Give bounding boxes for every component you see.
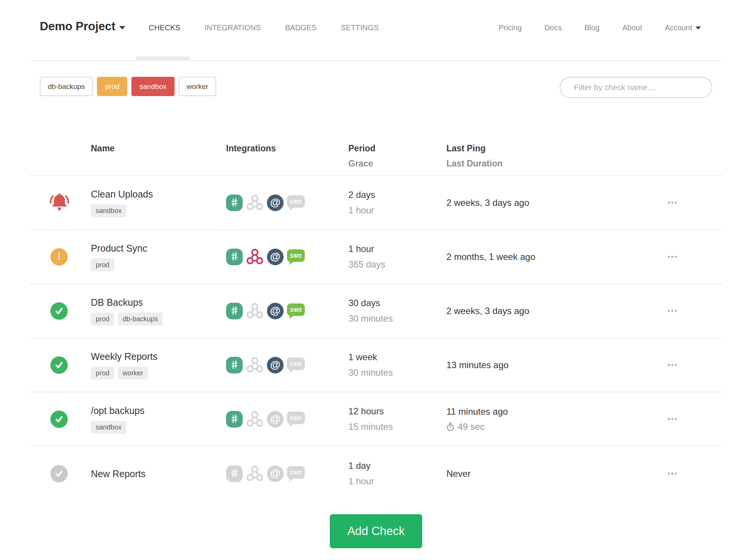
last-ping-value: 2 months, 1 week ago xyxy=(446,252,621,262)
link-pricing[interactable]: Pricing xyxy=(499,20,522,35)
status-cell: ! xyxy=(29,302,91,320)
column-integrations: Integrations xyxy=(226,143,348,154)
last-ping-cell: 2 months, 1 week ago xyxy=(446,252,621,262)
link-docs[interactable]: Docs xyxy=(544,20,562,35)
status-cell: ! xyxy=(29,411,91,428)
tab-checks[interactable]: CHECKS xyxy=(149,20,180,35)
slack-icon: # xyxy=(226,411,243,428)
integrations-cell: # @ SMS xyxy=(226,465,348,482)
filter-tag-worker[interactable]: worker xyxy=(179,77,216,96)
exclamation-icon: ! xyxy=(58,252,61,262)
sms-icon: SMS xyxy=(287,466,305,479)
check-row-5[interactable]: ! /opt backups sandbox # xyxy=(29,392,723,446)
filter-tag-sandbox[interactable]: sandbox xyxy=(131,77,175,96)
period-cell: 1 week 30 minutes xyxy=(348,352,446,378)
column-last-ping: Last Ping xyxy=(446,143,621,154)
menu-cell xyxy=(621,415,723,423)
filter-tag-prod[interactable]: prod xyxy=(97,77,127,96)
chevron-down-icon xyxy=(119,26,125,30)
check-row-3[interactable]: ! DB Backups proddb-backups # xyxy=(29,284,723,338)
check-tag: prod xyxy=(91,313,114,325)
project-title: Demo Project xyxy=(40,20,115,33)
period-cell: 12 hours 15 minutes xyxy=(348,406,446,432)
last-ping-value: 2 weeks, 3 days ago xyxy=(446,198,621,208)
check-name: /opt backups xyxy=(91,404,226,417)
column-name: Name xyxy=(91,143,226,154)
filter-tag-db-backups[interactable]: db-backups xyxy=(40,77,93,96)
check-name: DB Backups xyxy=(91,296,226,308)
project-tabs: CHECKS INTEGRATIONS BADGES SETTINGS xyxy=(149,20,379,35)
check-tag: worker xyxy=(118,367,148,380)
integrations-cell: # @ SMS xyxy=(226,248,348,266)
name-cell: New Reports xyxy=(91,468,226,480)
check-row-1[interactable]: ! Clean Uploads sandbox # xyxy=(29,176,723,230)
status-icon: ! xyxy=(50,302,68,320)
email-icon: @ xyxy=(267,303,284,319)
check-name: Product Sync xyxy=(91,242,226,254)
last-duration-value: 49 sec xyxy=(458,422,485,432)
tab-settings[interactable]: SETTINGS xyxy=(341,20,379,35)
page: Demo Project CHECKS INTEGRATIONS BADGES … xyxy=(0,0,752,548)
row-menu-button[interactable] xyxy=(665,307,680,315)
check-row-2[interactable]: ! Product Sync prod # xyxy=(29,230,723,284)
check-icon xyxy=(54,306,64,316)
sms-icon: SMS xyxy=(287,249,305,262)
check-name-filter-input[interactable] xyxy=(560,77,712,98)
menu-cell xyxy=(621,470,723,478)
check-tag: db-backups xyxy=(118,313,163,325)
column-last-duration: Last Duration xyxy=(446,158,621,169)
period-value: 1 hour xyxy=(348,244,446,254)
sms-icon: SMS xyxy=(287,195,305,208)
status-cell: ! xyxy=(29,356,91,374)
sms-icon: SMS xyxy=(287,412,305,424)
name-cell: Product Sync prod xyxy=(91,242,226,271)
status-icon: ! xyxy=(50,356,68,374)
check-tags: sandbox xyxy=(91,204,226,217)
row-menu-button[interactable] xyxy=(665,415,680,423)
last-ping-cell: 11 minutes ago 49 sec xyxy=(446,406,621,432)
check-row-6[interactable]: ! New Reports # @ xyxy=(29,446,723,501)
account-menu[interactable]: Account xyxy=(665,20,701,35)
slack-icon: # xyxy=(226,357,243,373)
name-cell: DB Backups proddb-backups xyxy=(91,296,226,325)
period-value: 2 days xyxy=(348,190,446,200)
check-tag: prod xyxy=(91,258,114,271)
row-menu-button[interactable] xyxy=(665,253,680,261)
row-menu-button[interactable] xyxy=(665,470,680,478)
tab-badges[interactable]: BADGES xyxy=(285,20,317,35)
grace-value: 1 hour xyxy=(348,205,446,216)
check-row-4[interactable]: ! Weekly Reports prodworker # xyxy=(29,338,723,392)
name-cell: Clean Uploads sandbox xyxy=(91,188,226,217)
row-menu-button[interactable] xyxy=(665,361,680,369)
check-icon xyxy=(54,360,64,370)
status-cell: ! xyxy=(29,191,91,214)
check-tags: sandbox xyxy=(91,421,226,434)
webhook-icon xyxy=(246,248,264,266)
last-ping-value: Never xyxy=(446,468,621,479)
slack-icon: # xyxy=(226,194,243,211)
check-tag: sandbox xyxy=(91,204,126,217)
slack-icon: # xyxy=(226,249,243,265)
add-check-button[interactable]: Add Check xyxy=(330,514,422,548)
tab-integrations[interactable]: INTEGRATIONS xyxy=(204,20,261,35)
email-icon: @ xyxy=(267,194,284,211)
column-grace: Grace xyxy=(348,158,446,169)
webhook-icon xyxy=(246,356,264,374)
link-about[interactable]: About xyxy=(622,20,642,35)
menu-cell xyxy=(621,307,723,315)
check-name: Clean Uploads xyxy=(91,188,226,200)
webhook-icon xyxy=(246,465,264,482)
last-ping-cell: 13 minutes ago xyxy=(446,360,621,370)
link-blog[interactable]: Blog xyxy=(584,20,599,35)
check-tags: prod xyxy=(91,258,226,271)
check-tags: prodworker xyxy=(91,367,226,380)
period-value: 1 week xyxy=(348,352,446,362)
project-switcher[interactable]: Demo Project xyxy=(40,19,125,34)
sms-icon: SMS xyxy=(287,358,305,370)
row-menu-button[interactable] xyxy=(665,199,680,207)
menu-cell xyxy=(621,199,723,207)
integrations-cell: # @ SMS xyxy=(226,411,348,428)
status-cell: ! xyxy=(29,465,91,482)
name-cell: Weekly Reports prodworker xyxy=(91,350,226,380)
last-ping-cell: 2 weeks, 3 days ago xyxy=(446,306,621,316)
